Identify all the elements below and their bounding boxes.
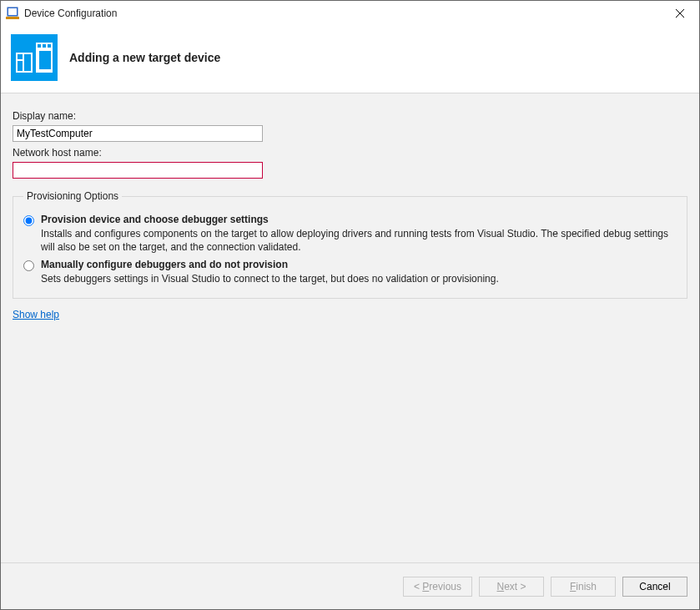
next-button[interactable]: Next > xyxy=(479,577,544,597)
svg-rect-1 xyxy=(8,8,17,15)
close-button[interactable] xyxy=(661,1,699,26)
app-icon xyxy=(6,7,19,20)
page-heading: Adding a new target device xyxy=(69,51,220,64)
previous-button[interactable]: < Previous xyxy=(403,577,472,597)
provision-device-option[interactable]: Provision device and choose debugger set… xyxy=(23,214,677,254)
provision-device-title: Provision device and choose debugger set… xyxy=(41,214,677,225)
finish-button[interactable]: Finish xyxy=(551,577,616,597)
manual-configure-title: Manually configure debuggers and do not … xyxy=(41,259,677,270)
provisioning-options-group: Provisioning Options Provision device an… xyxy=(13,190,687,299)
manual-configure-radio[interactable] xyxy=(23,260,34,271)
display-name-input[interactable] xyxy=(13,125,263,142)
title-bar: Device Configuration xyxy=(1,1,699,26)
wizard-button-bar: < Previous Next > Finish Cancel xyxy=(1,562,699,609)
svg-rect-12 xyxy=(24,54,31,71)
content-area: Display name: Network host name: Provisi… xyxy=(1,93,699,562)
host-name-input[interactable] xyxy=(13,162,263,179)
svg-rect-8 xyxy=(48,44,51,48)
manual-configure-option[interactable]: Manually configure debuggers and do not … xyxy=(23,259,677,285)
cancel-button[interactable]: Cancel xyxy=(622,577,687,597)
display-name-label: Display name: xyxy=(13,110,687,122)
svg-rect-2 xyxy=(6,17,19,19)
svg-rect-6 xyxy=(38,44,41,48)
show-help-link[interactable]: Show help xyxy=(13,309,59,320)
manual-configure-desc: Sets debuggers settings in Visual Studio… xyxy=(41,272,677,285)
provision-device-desc: Installs and configures components on th… xyxy=(41,227,677,254)
svg-rect-9 xyxy=(39,51,51,69)
svg-rect-13 xyxy=(18,61,23,71)
svg-rect-11 xyxy=(18,54,23,59)
window-title: Device Configuration xyxy=(24,8,117,19)
provisioning-legend: Provisioning Options xyxy=(23,190,122,202)
wizard-header: Adding a new target device xyxy=(1,26,699,93)
host-name-label: Network host name: xyxy=(13,147,687,159)
close-icon xyxy=(676,7,684,20)
svg-rect-7 xyxy=(43,44,46,48)
devices-icon xyxy=(11,34,58,81)
provision-device-radio[interactable] xyxy=(23,215,34,226)
